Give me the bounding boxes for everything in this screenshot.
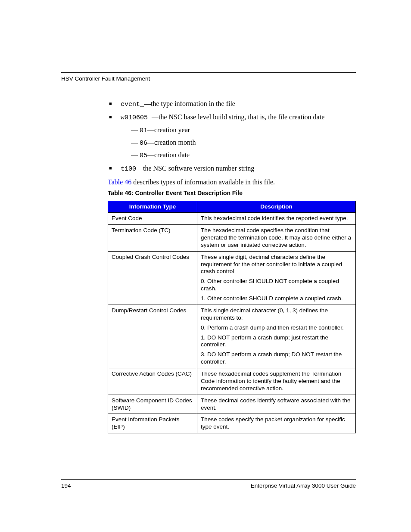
cell-desc: These hexadecimal codes supplement the T…: [197, 368, 356, 395]
footer: 194 Enterprise Virtual Array 3000 User G…: [61, 479, 356, 489]
content-area: event_—the type information in the file …: [108, 99, 356, 433]
cell-desc: The hexadecimal code specifies the condi…: [197, 225, 356, 252]
cell-text: 0. Other controller SHOULD NOT complete …: [201, 278, 352, 292]
sub-item: 05—creation date: [131, 150, 356, 160]
sub-item: 01—creation year: [131, 125, 356, 135]
cell-type: Event Information Packets (EIP): [108, 414, 197, 433]
table-header-description: Description: [197, 201, 356, 212]
table-row: Event Code This hexadecimal code identif…: [108, 213, 356, 225]
bullet-item: event_—the type information in the file: [108, 99, 356, 109]
cell-text: 3. DO NOT perform a crash dump; DO NOT r…: [201, 351, 352, 366]
sub-item: 06—creation month: [131, 138, 356, 148]
cell-type: Dump/Restart Control Codes: [108, 305, 197, 368]
cell-desc: This single decimal character (0, 1, 3) …: [197, 305, 356, 368]
page-number: 194: [61, 482, 71, 489]
bullet-list: event_—the type information in the file …: [108, 99, 356, 174]
cell-type: Software Component ID Codes (SWID): [108, 395, 197, 414]
cell-text: This single decimal character (0, 1, 3) …: [201, 307, 352, 322]
info-table: Information Type Description Event Code …: [108, 201, 356, 433]
cell-type: Corrective Action Codes (CAC): [108, 368, 197, 395]
cell-text: 1. Other controller SHOULD complete a co…: [201, 295, 352, 302]
cell-text: The hexadecimal code specifies the condi…: [201, 227, 352, 249]
cell-type: Coupled Crash Control Codes: [108, 251, 197, 305]
cell-text: These single digit, decimal characters d…: [201, 254, 352, 276]
table-row: Dump/Restart Control Codes This single d…: [108, 305, 356, 368]
paragraph-text: describes types of information available…: [131, 178, 275, 186]
table-header-type: Information Type: [108, 201, 197, 212]
bullet-text: —the NSC software version number string: [136, 165, 254, 172]
paragraph: Table 46 describes types of information …: [108, 177, 356, 187]
table-row: Software Component ID Codes (SWID) These…: [108, 395, 356, 414]
cell-desc: These decimal codes identify software as…: [197, 395, 356, 414]
code-text: 01: [140, 127, 147, 134]
cell-text: These hexadecimal codes supplement the T…: [201, 370, 352, 392]
bullet-text: —the NSC base level build string, that i…: [152, 113, 324, 121]
running-header: HSV Controller Fault Management: [61, 75, 356, 82]
code-text: w010605_: [121, 114, 152, 121]
table-row: Event Information Packets (EIP) These co…: [108, 414, 356, 433]
cell-text: These decimal codes identify software as…: [201, 397, 352, 412]
cell-type: Event Code: [108, 213, 197, 225]
table-caption: Table 46: Controller Event Text Descript…: [108, 189, 356, 197]
bullet-item: w010605_—the NSC base level build string…: [108, 112, 356, 160]
cross-reference-link[interactable]: Table 46: [108, 178, 131, 186]
code-text: event_: [121, 101, 144, 108]
cell-text: 1. DO NOT perform a crash dump; just res…: [201, 334, 352, 349]
page: HSV Controller Fault Management event_—t…: [0, 0, 411, 532]
table-row: Coupled Crash Control Codes These single…: [108, 251, 356, 305]
cell-desc: These single digit, decimal characters d…: [197, 251, 356, 305]
cell-text: 0. Perform a crash dump and then restart…: [201, 324, 352, 332]
table-row: Corrective Action Codes (CAC) These hexa…: [108, 368, 356, 395]
bullet-text: —the type information in the file: [144, 100, 235, 107]
footer-title: Enterprise Virtual Array 3000 User Guide: [251, 482, 356, 489]
sub-text: —creation month: [147, 139, 196, 146]
code-text: t100: [121, 165, 136, 173]
footer-rule: [61, 479, 356, 480]
code-text: 06: [140, 140, 147, 147]
header-rule: [61, 72, 356, 73]
cell-desc: These codes specify the packet organizat…: [197, 414, 356, 433]
code-text: 05: [140, 152, 147, 159]
cell-type: Termination Code (TC): [108, 225, 197, 252]
sub-text: —creation date: [147, 151, 190, 159]
cell-text: This hexadecimal code identifies the rep…: [201, 215, 352, 222]
bullet-item: t100—the NSC software version number str…: [108, 164, 356, 174]
sub-text: —creation year: [147, 126, 190, 134]
table-row: Termination Code (TC) The hexadecimal co…: [108, 225, 356, 252]
cell-text: These codes specify the packet organizat…: [201, 416, 352, 431]
cell-desc: This hexadecimal code identifies the rep…: [197, 213, 356, 225]
sub-list: 01—creation year 06—creation month 05—cr…: [131, 125, 356, 161]
